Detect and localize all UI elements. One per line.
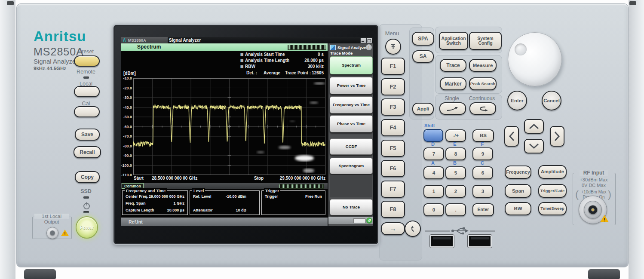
power-led: [83, 211, 89, 213]
frequency-key[interactable]: Frequency: [505, 166, 531, 179]
minimize-button[interactable]: [360, 38, 366, 43]
param-value: 20.000 µs: [281, 58, 324, 63]
power-button[interactable]: Power: [76, 216, 98, 239]
local-output-connector-pin: [50, 230, 55, 236]
softkey-power-vs-time[interactable]: Power vs Time: [330, 77, 373, 94]
f4-key[interactable]: F4: [381, 119, 405, 136]
trace-key[interactable]: Trace: [440, 59, 466, 72]
softkey-frequency-vs-time[interactable]: Frequency vs Time: [330, 96, 373, 113]
trigger-gate-key[interactable]: Trigger/Gate: [538, 184, 567, 198]
y-tick-label: -100.0: [121, 163, 132, 168]
softkey-spectrogram[interactable]: Spectrogram: [330, 158, 373, 174]
digit-5-key[interactable]: 5: [445, 166, 466, 179]
down-arrow-key[interactable]: [524, 139, 544, 153]
cal-button[interactable]: [74, 106, 100, 117]
y-tick-label: -20.0: [121, 86, 132, 90]
digit-2-key[interactable]: 2: [445, 185, 466, 198]
f7-key[interactable]: F7: [381, 181, 405, 198]
field-label: Ref. Level: [193, 194, 212, 199]
rf-input-max-label: +30dBm Max: [574, 177, 613, 182]
measure-key[interactable]: Measure: [469, 59, 497, 72]
y-unit-label: [dBm]: [123, 71, 136, 76]
single-label: Single: [439, 95, 464, 101]
peak-search-key[interactable]: Peak Search: [469, 77, 497, 90]
f5-key[interactable]: F5: [381, 140, 405, 157]
y-tick-label: -60.0: [121, 125, 132, 129]
next-menu-button[interactable]: →: [381, 222, 405, 235]
param-value: 300 kHz: [281, 64, 324, 69]
preset-label: Preset: [73, 49, 99, 55]
marker-m-icon: ▦: [240, 59, 244, 62]
marker-m-icon: ▦: [240, 65, 244, 68]
rf-input-title: RF Input: [580, 170, 608, 176]
digit-4-key[interactable]: 4: [423, 166, 444, 179]
arrow-to-top-icon: [389, 43, 397, 50]
cal-label: Cal: [73, 101, 99, 107]
menu-app-title: Signal Analyzer: [337, 45, 368, 50]
digit-3-key[interactable]: 3: [472, 185, 493, 198]
system-config-key[interactable]: System Config: [469, 32, 502, 50]
f8-key[interactable]: F8: [381, 201, 405, 218]
amplitude-key[interactable]: Amplitude: [538, 165, 567, 179]
instrument-front-panel: Anritsu MS2850A Signal Analyzer 9kHz-44.…: [0, 0, 644, 279]
time-sweep-key[interactable]: Time/Sweep: [538, 202, 567, 215]
digit-6-key[interactable]: 6: [472, 166, 493, 179]
application-switch-key[interactable]: Application Switch: [439, 32, 468, 50]
digit-1-key[interactable]: 1: [423, 185, 444, 198]
maximize-button[interactable]: [366, 38, 372, 43]
menu-top-button[interactable]: [385, 39, 401, 55]
continuous-sweep-key[interactable]: [469, 102, 496, 115]
marker-key[interactable]: Marker: [440, 77, 466, 90]
menu-header: Signal Analyzer: [330, 45, 368, 50]
appli-key[interactable]: Appli: [412, 103, 434, 115]
cancel-key[interactable]: Cancel: [542, 91, 561, 110]
recall-button[interactable]: Recall: [74, 146, 101, 158]
digit-8-key[interactable]: 8: [445, 147, 466, 160]
y-tick-label: -50.0: [121, 115, 132, 119]
rotary-knob[interactable]: [508, 32, 562, 86]
left-handle-screw: [7, 1, 14, 5]
softkey-no-trace[interactable]: No Trace: [330, 199, 373, 215]
digit-7-key[interactable]: 7: [423, 147, 444, 160]
enter-key[interactable]: Enter: [507, 91, 527, 110]
param-label: RBW: [245, 64, 255, 69]
shift-label: Shift: [423, 123, 443, 128]
shift-key[interactable]: [423, 129, 443, 142]
f3-key[interactable]: F3: [381, 98, 405, 116]
left-arrow-key[interactable]: [504, 126, 519, 147]
digit-0-key[interactable]: 0: [423, 203, 444, 216]
marker-m-icon: ▦: [240, 53, 244, 56]
menu-return-button[interactable]: [405, 221, 421, 237]
spa-key[interactable]: SPA: [412, 32, 434, 46]
decimal-point-key[interactable]: .: [445, 203, 466, 216]
menu-collapse-button[interactable]: ↑: [366, 44, 372, 50]
reference-status: Ref.Int: [129, 219, 143, 224]
copy-button[interactable]: Copy: [75, 171, 100, 183]
softkey-phase-vs-time[interactable]: Phase vs Time: [330, 115, 373, 132]
up-arrow-key[interactable]: [524, 119, 544, 134]
f6-key[interactable]: F6: [381, 160, 405, 177]
field-value: 1 GHz: [173, 201, 184, 205]
span-key[interactable]: Span: [505, 184, 531, 198]
f2-key[interactable]: F2: [381, 78, 405, 95]
minus-plus-key[interactable]: -/+: [445, 129, 466, 142]
preset-button[interactable]: [74, 55, 100, 67]
single-sweep-key[interactable]: [439, 102, 466, 115]
right-arrow-key[interactable]: [550, 126, 564, 147]
left-foot: [24, 269, 56, 279]
softkey-ccdf[interactable]: CCDF: [330, 138, 373, 155]
detector-value: Average: [264, 71, 280, 75]
local-button[interactable]: [74, 86, 100, 97]
numpad-enter-key[interactable]: Enter: [472, 203, 494, 216]
backspace-key[interactable]: BS: [472, 129, 494, 142]
menu-footer: ↺: [328, 217, 373, 224]
hex-a-label: A: [426, 160, 440, 166]
save-button[interactable]: Save: [75, 129, 100, 141]
usb-port-2: [468, 235, 492, 248]
softkey-spectrum[interactable]: Spectrum: [330, 56, 373, 74]
bw-key[interactable]: BW: [505, 202, 531, 215]
menu-expand-button[interactable]: ↺: [366, 218, 372, 224]
f1-key[interactable]: F1: [381, 58, 405, 75]
digit-9-key[interactable]: 9: [472, 147, 493, 160]
sa-key[interactable]: SA: [412, 50, 434, 63]
